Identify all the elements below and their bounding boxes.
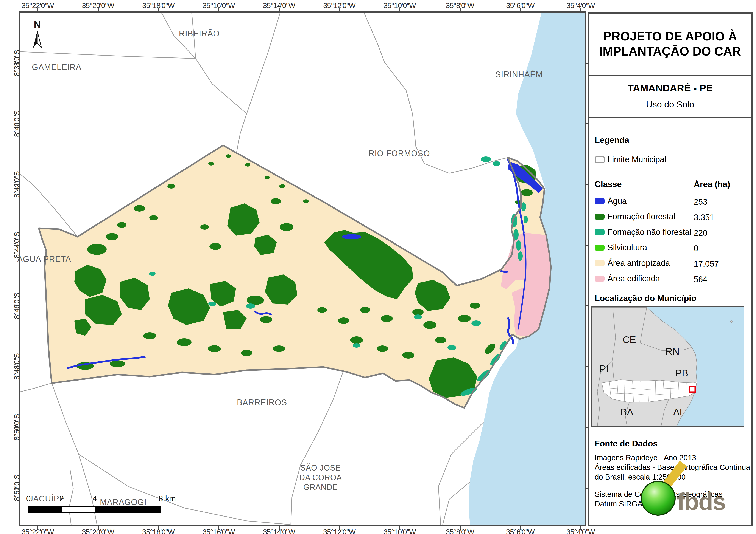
lon-label: 35°20'0"W	[82, 528, 114, 534]
legend-value: 253	[694, 197, 707, 207]
lat-label: 8°40'0"S	[13, 111, 21, 137]
lat-label: 8°44'0"S	[13, 232, 21, 258]
builtup-swatch	[595, 275, 605, 282]
project-title: PROJETO DE APOIO À IMPLANTAÇÃO DO CAR	[589, 29, 751, 59]
north-arrow-icon	[31, 30, 43, 51]
silviculture-swatch	[595, 244, 605, 251]
label-maragogi: MARAGOGI	[100, 497, 147, 508]
scale-bar	[28, 506, 161, 513]
scale-8: 8 km	[159, 494, 176, 503]
water-swatch	[595, 198, 605, 204]
lon-label: 35°4'0"W	[566, 1, 595, 10]
lon-label: 35°8'0"W	[446, 1, 474, 10]
scale-seg-2	[62, 507, 95, 512]
label-ribeirao: RIBEIRÃO	[179, 29, 220, 39]
limit-swatch	[595, 156, 605, 163]
label-rio-formoso: RIO FORMOSO	[368, 148, 430, 159]
lon-label: 35°16'0"W	[202, 528, 235, 534]
lon-label: 35°16'0"W	[202, 1, 235, 10]
logo-text: fbds	[677, 488, 725, 516]
state-pb: PB	[675, 368, 688, 378]
anthropized-swatch	[595, 260, 605, 266]
state-rn: RN	[665, 346, 680, 357]
legend-label: Área edificada	[608, 274, 660, 283]
legend-value: 220	[694, 228, 707, 238]
state-al: AL	[673, 407, 685, 417]
forest-swatch	[595, 214, 605, 220]
lat-label: 8°42'0"S	[13, 171, 21, 198]
lon-label: 35°20'0"W	[82, 1, 114, 10]
area-header: Área (ha)	[694, 180, 730, 189]
lon-label: 35°22'0"W	[21, 1, 54, 10]
state-pi: PI	[600, 364, 608, 374]
municipality-name: TAMANDARÉ - PE	[589, 82, 751, 94]
municipality-locator-marker	[689, 386, 695, 392]
nonforest-swatch	[595, 229, 605, 235]
main-map	[20, 13, 584, 524]
lon-label: 35°8'0"W	[446, 528, 474, 534]
source-heading: Fonte de Dados	[595, 439, 658, 448]
lon-label: 35°22'0"W	[21, 528, 54, 534]
divider	[589, 117, 751, 118]
lon-label: 35°10'0"W	[384, 1, 416, 10]
lat-label: 8°52'0"S	[13, 475, 21, 501]
lon-label: 35°10'0"W	[384, 528, 416, 534]
lon-label: 35°4'0"W	[566, 528, 595, 534]
lon-label: 35°6'0"W	[506, 1, 534, 10]
lon-label: 35°18'0"W	[142, 1, 175, 10]
lake	[342, 234, 361, 239]
lon-label: 35°14'0"W	[263, 528, 295, 534]
north-arrow: N	[28, 19, 47, 52]
legend-row: Silvicultura	[595, 243, 647, 252]
label-sao-jose: SÃO JOSÉ DA COROA GRANDE	[299, 463, 342, 492]
legend-row: Formação florestal	[595, 212, 675, 221]
legend-label: Água	[608, 196, 627, 206]
lon-label: 35°12'0"W	[323, 528, 356, 534]
lon-label: 35°18'0"W	[142, 528, 175, 534]
legend-limit-row: Limite Municipal	[595, 155, 666, 164]
state-ce: CE	[623, 335, 636, 345]
legend-label: Silvicultura	[608, 243, 647, 252]
legend-label: Área antropizada	[608, 259, 670, 268]
legend-heading: Legenda	[595, 135, 629, 145]
legend-value: 564	[694, 275, 707, 284]
side-panel: PROJETO DE APOIO À IMPLANTAÇÃO DO CAR TA…	[588, 13, 753, 526]
north-label: N	[28, 19, 47, 30]
limit-label: Limite Municipal	[608, 155, 666, 164]
label-gameleira: GAMELEIRA	[32, 62, 82, 72]
scale-2: 2	[60, 494, 64, 503]
locator-graphics: CE RN PI PB BA AL	[592, 307, 743, 426]
map-graphics	[20, 13, 584, 524]
legend-row: Área edificada	[595, 274, 660, 283]
legend-row: Área antropizada	[595, 258, 670, 268]
scale-4: 4	[93, 494, 97, 503]
label-agua-preta: ÁGUA PRETA	[17, 254, 71, 265]
lon-label: 35°12'0"W	[323, 1, 356, 10]
label-sirinhaem: SIRINHAÉM	[495, 69, 543, 80]
scale-seg-3	[95, 507, 160, 512]
lon-label: 35°6'0"W	[506, 528, 534, 534]
lat-label: 8°48'0"S	[13, 353, 21, 380]
divider	[589, 75, 751, 76]
lat-label: 8°50'0"S	[13, 414, 21, 440]
legend-label: Formação florestal	[608, 212, 675, 221]
location-heading: Localização do Município	[595, 293, 696, 303]
state-ba: BA	[620, 407, 634, 417]
locator-map: CE RN PI PB BA AL	[591, 307, 744, 427]
legend-row: Formação não florestal	[595, 227, 691, 237]
label-barreiros: BARREIROS	[237, 397, 287, 408]
legend-value: 0	[694, 244, 698, 253]
scale-seg-1	[29, 507, 62, 512]
legend-row: Água	[595, 196, 627, 206]
legend-value: 3.351	[694, 213, 714, 222]
fbds-logo: fbds	[641, 457, 710, 513]
scale-0: 0	[26, 494, 31, 503]
class-header: Classe	[595, 180, 622, 189]
map-sheet: GAMELEIRA RIBEIRÃO SIRINHAÉM RIO FORMOSO…	[0, 0, 756, 534]
legend-label: Formação não florestal	[608, 227, 691, 237]
lat-label: 8°46'0"S	[13, 293, 21, 319]
lat-label: 8°38'0"S	[13, 50, 21, 76]
logo-sphere	[641, 481, 676, 516]
legend-value: 17.057	[694, 259, 719, 268]
lon-label: 35°14'0"W	[263, 1, 295, 10]
